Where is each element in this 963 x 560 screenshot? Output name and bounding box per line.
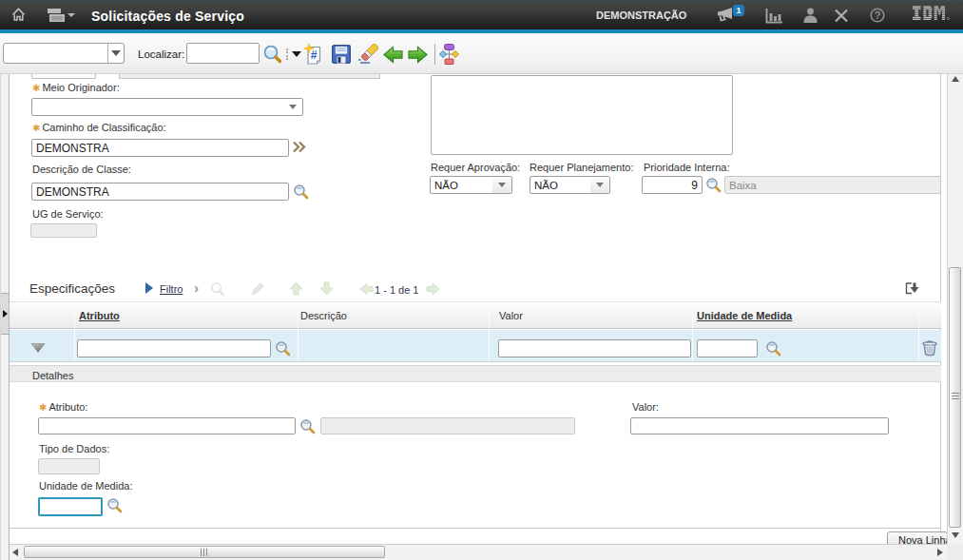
svg-text:?: ? [875,10,881,21]
svg-text:#: # [311,48,318,62]
